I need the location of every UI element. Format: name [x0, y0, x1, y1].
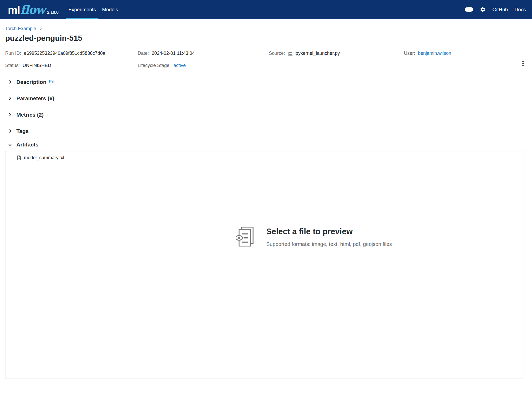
- chevron-right-icon: [8, 96, 12, 100]
- logo-flow-text: flow: [20, 3, 45, 16]
- artifact-preview-placeholder: Select a file to preview Supported forma…: [236, 226, 392, 249]
- section-artifacts-label: Artifacts: [16, 142, 38, 148]
- tab-experiments[interactable]: Experiments: [65, 0, 99, 19]
- top-navbar: mlflow 2.10.0 Experiments Models GitHub …: [0, 0, 532, 19]
- artifacts-panel: model_summary.txt Select a file to previ…: [5, 151, 524, 378]
- active-tab-underline: [66, 18, 98, 19]
- navbar-right-group: GitHub Docs: [465, 0, 528, 19]
- overflow-menu-icon[interactable]: [521, 60, 525, 67]
- section-description[interactable]: Description Edit: [5, 74, 527, 90]
- tab-models[interactable]: Models: [99, 0, 121, 19]
- run-metadata: Run ID: e6995325323940a09f851cd5836c7d0a…: [5, 51, 527, 68]
- breadcrumb: Torch Example: [5, 26, 527, 31]
- preview-title: Select a file to preview: [266, 227, 392, 236]
- source-value: ipykernel_launcher.py: [295, 51, 340, 56]
- date-label: Date:: [138, 51, 149, 56]
- chevron-down-icon: [8, 143, 12, 147]
- user-field: User: benjamin.wilson: [404, 51, 527, 56]
- section-artifacts[interactable]: Artifacts: [5, 140, 527, 149]
- gear-icon[interactable]: [480, 6, 486, 12]
- section-tags-label: Tags: [16, 128, 29, 134]
- source-field: Source: ipykernel_launcher.py: [269, 51, 404, 56]
- github-link[interactable]: GitHub: [493, 7, 508, 12]
- preview-subtitle: Supported formats: image, text, html, pd…: [266, 241, 392, 247]
- description-edit-link[interactable]: Edit: [49, 79, 57, 85]
- breadcrumb-experiment-link[interactable]: Torch Example: [5, 26, 36, 31]
- run-sections: Description Edit Parameters (6) Metrics …: [5, 74, 527, 149]
- version-label: 2.10.0: [47, 10, 58, 15]
- status-field: Status: UNFINISHED: [5, 63, 138, 68]
- file-code-icon: [16, 155, 22, 160]
- status-label: Status:: [5, 63, 20, 68]
- source-label: Source:: [269, 51, 285, 56]
- docs-link[interactable]: Docs: [515, 7, 526, 12]
- date-value: 2024-02-01 11:43:04: [152, 51, 195, 56]
- lifecycle-stage-value-link[interactable]: active: [174, 63, 186, 68]
- chevron-right-icon: [8, 113, 12, 117]
- mlflow-logo[interactable]: mlflow 2.10.0: [8, 3, 58, 19]
- chevron-right-icon: [8, 80, 12, 84]
- section-parameters[interactable]: Parameters (6): [5, 90, 527, 106]
- run-id-value: e6995325323940a09f851cd5836c7d0a: [24, 51, 105, 56]
- run-id-label: Run ID:: [5, 51, 21, 56]
- preview-placeholder-text: Select a file to preview Supported forma…: [266, 226, 392, 247]
- user-label: User:: [404, 51, 415, 56]
- artifact-file-model-summary[interactable]: model_summary.txt: [15, 155, 66, 161]
- artifact-file-name: model_summary.txt: [24, 155, 64, 160]
- user-value-link[interactable]: benjamin.wilson: [418, 51, 451, 56]
- logo-ml-text: ml: [8, 4, 20, 16]
- tab-models-label: Models: [102, 7, 118, 12]
- section-parameters-label: Parameters (6): [16, 95, 54, 102]
- lifecycle-stage-field: Lifecycle Stage: active: [138, 63, 269, 68]
- theme-toggle[interactable]: [465, 7, 473, 12]
- date-field: Date: 2024-02-01 11:43:04: [138, 51, 269, 56]
- section-metrics[interactable]: Metrics (2): [5, 106, 527, 123]
- tab-experiments-label: Experiments: [68, 7, 96, 12]
- run-title: puzzled-penguin-515: [5, 34, 527, 43]
- status-value: UNFINISHED: [23, 63, 51, 68]
- run-page: Torch Example puzzled-penguin-515 Run ID…: [0, 26, 532, 378]
- section-description-label: Description: [16, 79, 46, 85]
- breadcrumb-chevron-icon: [39, 27, 42, 30]
- section-tags[interactable]: Tags: [5, 123, 527, 139]
- navbar-tabs: Experiments Models: [65, 0, 121, 19]
- run-id-field: Run ID: e6995325323940a09f851cd5836c7d0a: [5, 51, 138, 56]
- laptop-icon: [288, 51, 293, 56]
- preview-documents-eye-icon: [236, 226, 257, 249]
- theme-toggle-knob: [465, 7, 469, 12]
- section-metrics-label: Metrics (2): [16, 112, 44, 118]
- chevron-right-icon: [8, 129, 12, 133]
- lifecycle-stage-label: Lifecycle Stage:: [138, 63, 171, 68]
